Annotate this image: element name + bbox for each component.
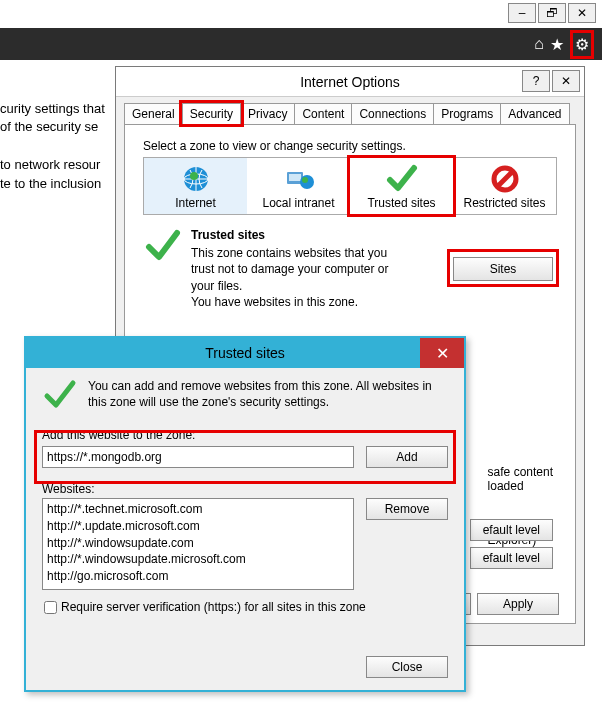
default-level-button-1[interactable]: efault level: [470, 519, 553, 541]
tab-security[interactable]: Security: [182, 103, 241, 124]
restricted-icon: [485, 164, 525, 194]
zone-intranet-label: Local intranet: [249, 196, 348, 210]
globe-icon: [176, 164, 216, 194]
tab-privacy[interactable]: Privacy: [240, 103, 295, 124]
list-item[interactable]: http://*.windowsupdate.microsoft.com: [47, 551, 349, 568]
tab-content[interactable]: Content: [294, 103, 352, 124]
zone-detail-icon: [143, 227, 183, 310]
internet-options-titlebar: Internet Options ? ✕: [116, 67, 584, 97]
trusted-sites-dialog: Trusted sites ✕ You can add and remove w…: [24, 336, 466, 692]
remove-button[interactable]: Remove: [366, 498, 448, 520]
trusted-title: Trusted sites: [205, 345, 285, 361]
add-button[interactable]: Add: [366, 446, 448, 468]
minimize-button[interactable]: –: [508, 3, 536, 23]
restore-button[interactable]: 🗗: [538, 3, 566, 23]
default-level-button-2[interactable]: efault level: [470, 547, 553, 569]
intranet-icon: [279, 164, 319, 194]
websites-listbox[interactable]: http://*.technet.microsoft.com http://*.…: [42, 498, 354, 590]
sites-button[interactable]: Sites: [453, 257, 553, 281]
tab-programs[interactable]: Programs: [433, 103, 501, 124]
require-https-checkbox[interactable]: [44, 601, 57, 614]
zone-detail-heading: Trusted sites: [191, 227, 557, 243]
level-buttons: efault level efault level: [470, 519, 553, 569]
trusted-close-bottom-button[interactable]: Close: [366, 656, 448, 678]
list-item[interactable]: http://*.update.microsoft.com: [47, 518, 349, 535]
home-icon[interactable]: ⌂: [534, 35, 544, 53]
list-item[interactable]: http://*.technet.microsoft.com: [47, 501, 349, 518]
trusted-intro: You can add and remove websites from thi…: [42, 378, 448, 414]
zone-trusted-sites[interactable]: Trusted sites: [350, 158, 453, 214]
svg-point-6: [302, 177, 308, 183]
internet-options-title: Internet Options: [300, 74, 400, 90]
list-item[interactable]: http://go.microsoft.com: [47, 568, 349, 585]
require-https-label: Require server verification (https:) for…: [61, 600, 366, 614]
apply-button[interactable]: Apply: [477, 593, 559, 615]
require-https-row: Require server verification (https:) for…: [42, 600, 448, 614]
safe-line-2: loaded: [488, 479, 553, 493]
zone-restricted-sites[interactable]: Restricted sites: [453, 158, 556, 214]
websites-label: Websites:: [42, 482, 448, 496]
zone-detail-line-4: You have websites in this zone.: [191, 294, 557, 310]
favorites-icon[interactable]: ★: [550, 35, 564, 54]
gear-highlight: ⚙: [570, 30, 594, 59]
list-item[interactable]: http://*.windowsupdate.com: [47, 535, 349, 552]
gear-icon[interactable]: ⚙: [575, 35, 589, 54]
zone-restricted-label: Restricted sites: [455, 196, 554, 210]
zone-local-intranet[interactable]: Local intranet: [247, 158, 350, 214]
zone-trusted-label: Trusted sites: [352, 196, 451, 210]
trusted-intro-line-2: this zone will use the zone's security s…: [88, 394, 432, 410]
add-website-input[interactable]: [42, 446, 354, 468]
tab-general[interactable]: General: [124, 103, 183, 124]
options-close-button[interactable]: ✕: [552, 70, 580, 92]
zone-instruction: Select a zone to view or change security…: [143, 139, 561, 153]
zone-list: Internet Local intranet Trusted sites Re…: [143, 157, 557, 215]
trusted-titlebar: Trusted sites ✕: [26, 338, 464, 368]
window-controls: – 🗗 ✕: [508, 0, 602, 28]
zone-internet[interactable]: Internet: [144, 158, 247, 214]
zone-internet-label: Internet: [146, 196, 245, 210]
add-website-row: Add: [42, 446, 448, 468]
browser-toolbar: ⌂ ★ ⚙: [0, 28, 602, 60]
tab-connections[interactable]: Connections: [351, 103, 434, 124]
safe-line-1: safe content: [488, 465, 553, 479]
trusted-intro-line-1: You can add and remove websites from thi…: [88, 378, 432, 394]
tab-advanced[interactable]: Advanced: [500, 103, 569, 124]
svg-point-2: [190, 172, 198, 180]
window-close-button[interactable]: ✕: [568, 3, 596, 23]
checkmark-icon: [382, 164, 422, 194]
help-button[interactable]: ?: [522, 70, 550, 92]
trusted-close-button[interactable]: ✕: [420, 338, 464, 368]
svg-rect-4: [289, 174, 301, 181]
add-website-label: Add this website to the zone:: [42, 428, 448, 442]
trusted-intro-icon: [42, 378, 78, 414]
tabs-row: General Security Privacy Content Connect…: [116, 97, 584, 124]
svg-line-8: [497, 171, 513, 187]
